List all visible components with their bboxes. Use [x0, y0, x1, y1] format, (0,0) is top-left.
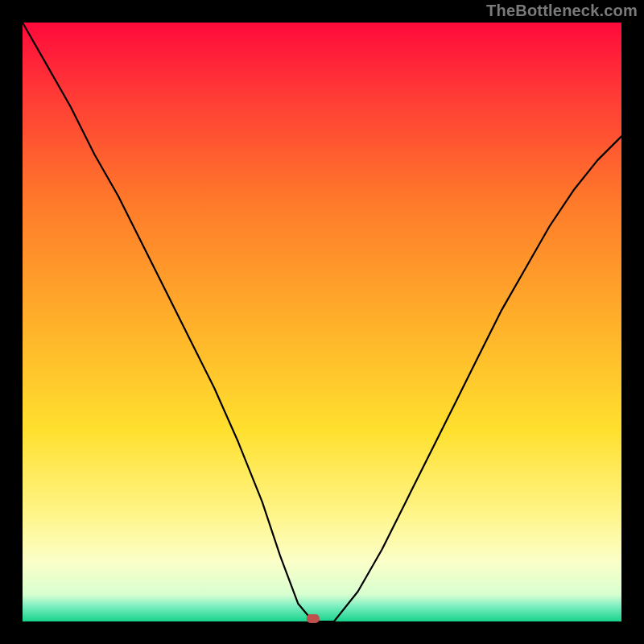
chart-frame: TheBottleneck.com	[0, 0, 644, 644]
bottleneck-chart	[0, 0, 644, 644]
plot-background	[23, 23, 621, 621]
optimal-marker	[307, 614, 320, 623]
